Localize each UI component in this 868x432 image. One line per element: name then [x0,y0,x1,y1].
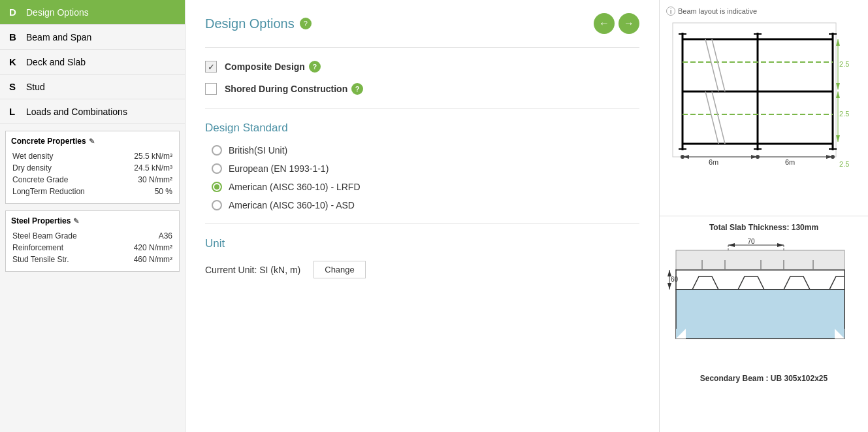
shored-construction-row: Shored During Construction ? [205,83,639,95]
concrete-properties-title: Concrete Properties ✎ [11,137,174,146]
radio-circle-american-asd [212,200,222,210]
composite-design-row: ✓ Composite Design ? [205,61,639,73]
shored-help-icon[interactable]: ? [351,83,363,95]
radio-label-european: European (EN 1993-1-1) [229,163,329,174]
slab-thickness-title: Total Slab Thickness: 130mm [666,223,861,232]
svg-text:6m: 6m [785,158,795,166]
sidebar-item-stud[interactable]: S Stud [0,75,185,99]
prop-value: 420 N/mm² [113,242,172,253]
radio-american-lrfd[interactable]: American (AISC 360-10) - LRFD [212,182,639,192]
svg-text:6m: 6m [709,158,718,166]
svg-marker-52 [777,243,784,247]
unit-row: Current Unit: SI (kN, m) Change [205,261,639,278]
prop-value: A36 [113,231,172,241]
diagram-note-text: Beam layout is indicative [678,7,757,15]
radio-circle-british [212,145,222,156]
composite-design-checkbox[interactable]: ✓ [205,61,217,73]
sidebar-label-stud: Stud [26,82,45,92]
main-content: Design Options ? ← → ✓ Composite Design … [185,0,659,432]
svg-marker-18 [836,83,840,90]
radio-label-british: British(SI Unit) [229,145,287,156]
divider-1 [205,47,639,48]
table-row: Reinforcement420 N/mm² [12,242,172,253]
svg-text:60: 60 [671,276,679,283]
sidebar-item-design-options[interactable]: D Design Options [0,0,185,25]
change-unit-button[interactable]: Change [313,261,366,278]
page-title: Design Options [205,16,295,31]
current-unit-label: Current Unit: SI (kN, m) [205,265,300,275]
svg-rect-40 [676,250,844,270]
concrete-properties-panel: Concrete Properties ✎ Wet density25.5 kN… [5,131,180,204]
sidebar-item-beam-span[interactable]: B Beam and Span [0,25,185,50]
radio-circle-american-lrfd [212,182,222,192]
composite-checkmark: ✓ [208,62,215,72]
sidebar-label-beam-span: Beam and Span [26,32,91,42]
nav-arrows: ← → [594,13,639,34]
unit-title: Unit [205,237,639,250]
svg-marker-22 [836,135,840,142]
sidebar-label-design-options: Design Options [26,7,89,18]
prop-label: Wet density [12,151,116,161]
prop-value: 50 % [118,186,172,197]
prop-value: 25.5 kN/m³ [118,151,172,161]
info-icon: i [666,7,675,16]
radio-american-asd[interactable]: American (AISC 360-10) - ASD [212,200,639,210]
standards-radio-group: British(SI Unit)European (EN 1993-1-1)Am… [212,145,639,210]
composite-design-label: Composite Design ? [225,61,321,73]
table-row: Steel Beam GradeA36 [12,231,172,241]
sidebar-letter-deck-slab: K [9,56,26,67]
sidebar-letter-beam-span: B [9,31,26,42]
prop-label: Steel Beam Grade [12,231,112,241]
sidebar-label-loads-combinations: Loads and Combinations [26,107,127,117]
beam-layout-svg: 2.5 2.5 2.5 6m 6m [669,20,859,170]
radio-british[interactable]: British(SI Unit) [212,145,639,156]
steel-properties-title: Steel Properties ✎ [11,216,174,225]
concrete-edit-icon[interactable]: ✎ [89,137,95,146]
shored-label-text: Shored During Construction [225,84,347,94]
svg-point-28 [681,155,684,159]
divider-3 [205,224,639,224]
prop-value: 24.5 kN/m³ [118,163,172,173]
prop-label: Reinforcement [12,242,112,253]
table-row: Wet density25.5 kN/m³ [12,151,172,161]
svg-marker-17 [836,39,840,46]
table-row: LongTerm Reduction50 % [12,186,172,197]
concrete-properties-table: Wet density25.5 kN/m³Dry density24.5 kN/… [11,150,174,198]
steel-edit-icon[interactable]: ✎ [73,217,79,225]
sidebar-letter-design-options: D [9,7,26,18]
sidebar-item-deck-slab[interactable]: K Deck and Slab [0,50,185,75]
radio-european[interactable]: European (EN 1993-1-1) [212,163,639,174]
prop-value: 460 N/mm² [113,254,172,265]
beam-svg-container: 2.5 2.5 2.5 6m 6m [666,20,861,170]
divider-2 [205,108,639,108]
help-icon[interactable]: ? [300,18,312,29]
slab-cross-section-svg: 60 70 [666,237,856,368]
prop-label: LongTerm Reduction [12,186,116,197]
diagram-note: i Beam layout is indicative [666,7,861,16]
svg-marker-21 [836,91,840,98]
prev-button[interactable]: ← [594,13,615,34]
radio-dot-american-lrfd [214,184,219,190]
svg-point-33 [831,155,835,159]
concrete-title-label: Concrete Properties [11,137,86,146]
sidebar-nav: D Design Options B Beam and Span K Deck … [0,0,185,124]
svg-marker-51 [728,243,735,247]
table-row: Stud Tensile Str.460 N/mm² [12,254,172,265]
main-title-area: Design Options ? [205,16,312,31]
svg-text:70: 70 [747,238,755,245]
beam-type-label: Secondary Beam : UB 305x102x25 [666,374,861,383]
sidebar-letter-loads-combinations: L [9,106,26,117]
shored-construction-label: Shored During Construction ? [225,83,363,95]
svg-rect-34 [676,270,844,290]
steel-title-label: Steel Properties [11,216,71,225]
composite-help-icon[interactable]: ? [309,61,321,73]
prop-label: Stud Tensile Str. [12,254,112,265]
next-button[interactable]: → [619,13,639,34]
svg-text:2.5: 2.5 [839,160,849,168]
svg-text:2.5: 2.5 [839,110,849,118]
radio-label-american-lrfd: American (AISC 360-10) - LRFD [229,182,361,192]
shored-construction-checkbox[interactable] [205,83,217,95]
sidebar-item-loads-combinations[interactable]: L Loads and Combinations [0,99,185,124]
table-row: Concrete Grade30 N/mm² [12,174,172,185]
prop-label: Dry density [12,163,116,173]
